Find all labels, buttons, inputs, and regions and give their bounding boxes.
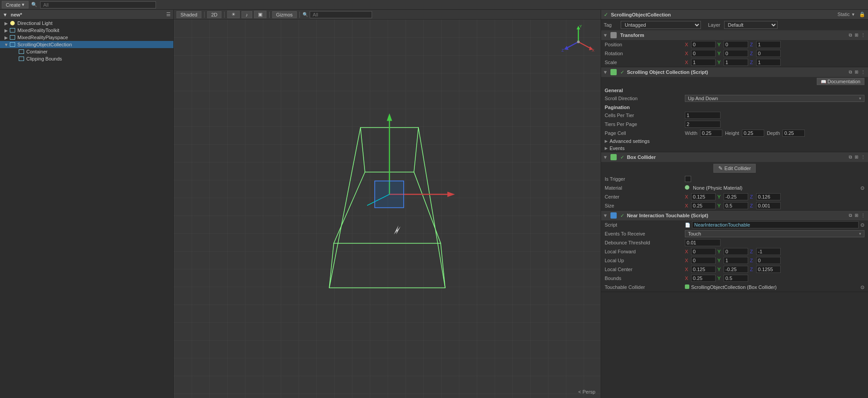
hierarchy-item-container[interactable]: Container <box>0 48 173 55</box>
ni-menu-icon[interactable]: ⋮ <box>860 213 866 218</box>
scroll-lock-icon[interactable]: ⊞ <box>854 69 859 75</box>
bounds-x-input[interactable] <box>691 275 716 282</box>
search-input[interactable] <box>40 1 156 8</box>
scroll-direction-dropdown[interactable]: Up And Down ▾ <box>685 95 864 102</box>
advanced-settings-header[interactable]: ▶ Advanced settings <box>601 138 868 145</box>
ni-copy-icon[interactable]: ⧉ <box>848 213 853 218</box>
size-z-input[interactable] <box>756 202 781 209</box>
documentation-button[interactable]: 📖 Documentation <box>817 78 864 85</box>
size-y-input[interactable] <box>724 202 748 209</box>
lf-x-input[interactable] <box>691 248 716 255</box>
near-interaction-header[interactable]: ▼ ✓ Near Interaction Touchable (Script) … <box>601 211 868 220</box>
size-x-input[interactable] <box>691 202 716 209</box>
edit-collider-button[interactable]: ✎ Edit Collider <box>713 164 756 173</box>
hierarchy-item-clipping-bounds[interactable]: Clipping Bounds <box>0 55 173 62</box>
soc-label: ScrollingObjectCollection <box>17 42 72 47</box>
position-z-input[interactable] <box>756 41 781 48</box>
transform-menu-icon[interactable]: ⋮ <box>860 32 866 38</box>
hierarchy-item-mixed-reality-toolkit[interactable]: ▶ MixedRealityToolkit <box>0 27 173 34</box>
lc-x-input[interactable] <box>691 266 716 273</box>
page-cell-height-input[interactable] <box>742 130 764 137</box>
static-dropdown-arrow[interactable]: ▾ <box>852 12 855 17</box>
scrolling-script-header[interactable]: ▼ ✓ Scrolling Object Collection (Script)… <box>601 67 868 77</box>
debounce-input[interactable] <box>685 239 721 246</box>
lf-y-input[interactable] <box>724 248 748 255</box>
transform-copy-icon[interactable]: ⧉ <box>848 32 853 38</box>
rotation-z-input[interactable] <box>756 50 781 57</box>
book-icon: 📖 <box>821 79 826 84</box>
bc-copy-icon[interactable]: ⧉ <box>848 154 853 160</box>
ni-lock-icon[interactable]: ⊞ <box>854 213 859 218</box>
local-up-row: Local Up X Y Z <box>601 256 868 265</box>
lighting-button[interactable]: ☀ <box>227 11 240 18</box>
touchable-collider-row: Touchable Collider ScrollingObjectCollec… <box>601 283 868 292</box>
lc-y-field: Y <box>717 266 748 273</box>
script-menu-icon[interactable]: ⊙ <box>860 222 864 228</box>
hierarchy-item-scrolling-object-collection[interactable]: ▼ ScrollingObjectCollection <box>0 41 173 48</box>
hierarchy-item-directional-light[interactable]: ▶ Directional Light <box>0 20 173 27</box>
lu-x-input[interactable] <box>691 257 716 264</box>
audio-button[interactable]: ♪ <box>242 11 252 18</box>
transform-lock-icon[interactable]: ⊞ <box>854 32 859 38</box>
cube-icon3 <box>9 41 16 48</box>
events-header[interactable]: ▶ Events <box>601 145 868 152</box>
center-z-input[interactable] <box>756 193 781 200</box>
container-label: Container <box>26 49 48 54</box>
szy-label: Y <box>717 203 723 208</box>
gizmos-button[interactable]: Gizmos <box>272 11 297 18</box>
create-button[interactable]: Create ▾ <box>2 1 29 8</box>
lc-z-input[interactable] <box>756 266 781 273</box>
viewport-area[interactable]: Y X Z <box>174 20 601 398</box>
lf-y-field: Y <box>717 248 748 255</box>
inspector-lock-icon[interactable]: 🔒 <box>859 12 865 17</box>
lu-z-input[interactable] <box>756 257 781 264</box>
shaded-button[interactable]: Shaded <box>176 11 201 18</box>
rotation-x-input[interactable] <box>691 50 716 57</box>
bc-menu-icon[interactable]: ⋮ <box>860 154 866 160</box>
bounds-label: Bounds <box>605 276 685 281</box>
transform-header[interactable]: ▼ Transform ⧉ ⊞ ⋮ <box>601 30 868 40</box>
scene-button[interactable]: ▣ <box>254 11 266 18</box>
scroll-menu-icon[interactable]: ⋮ <box>860 69 866 75</box>
bounds-row: Bounds X Y <box>601 274 868 283</box>
scale-z-input[interactable] <box>756 59 781 66</box>
hierarchy-menu-icon[interactable]: ☰ <box>166 12 171 17</box>
scale-x-input[interactable] <box>691 59 716 66</box>
position-y-input[interactable] <box>724 41 748 48</box>
lf-z-input[interactable] <box>756 248 781 255</box>
position-x-input[interactable] <box>691 41 716 48</box>
separator4 <box>299 12 300 18</box>
box-collider-header[interactable]: ▼ ✓ Box Collider ⧉ ⊞ ⋮ <box>601 152 868 162</box>
bc-lock-icon[interactable]: ⊞ <box>854 154 859 160</box>
page-cell-depth-input[interactable] <box>782 130 805 137</box>
lc-y-input[interactable] <box>724 266 748 273</box>
scroll-direction-arrow: ▾ <box>859 96 861 101</box>
material-row: Material None (Physic Material) ⊙ <box>601 183 868 192</box>
scale-y-input[interactable] <box>724 59 748 66</box>
viewport-panel: Shaded 2D ☀ ♪ ▣ Gizmos 🔍 Y <box>174 10 601 398</box>
edit-collider-row: ✎ Edit Collider <box>601 162 868 175</box>
tag-select[interactable]: Untagged <box>621 21 701 29</box>
rotation-xyz: X Y Z <box>685 50 864 57</box>
center-x-input[interactable] <box>691 193 716 200</box>
material-dot-icon <box>685 185 691 191</box>
tiers-per-page-input[interactable] <box>685 121 721 128</box>
rotation-y-input[interactable] <box>724 50 748 57</box>
scroll-copy-icon[interactable]: ⧉ <box>848 69 853 75</box>
layer-select[interactable]: Default <box>724 21 778 29</box>
material-menu-icon[interactable]: ⊙ <box>860 185 864 191</box>
viewport-search-input[interactable] <box>310 11 372 18</box>
lu-y-input[interactable] <box>724 257 748 264</box>
events-to-receive-dropdown[interactable]: Touch ▾ <box>685 230 864 237</box>
hierarchy-item-mixed-reality-playspace[interactable]: ▶ MixedRealityPlayspace <box>0 34 173 41</box>
touchable-collider-menu-icon[interactable]: ⊙ <box>860 284 864 290</box>
transform-title: Transform <box>620 32 846 38</box>
center-y-input[interactable] <box>724 193 748 200</box>
is-trigger-checkbox[interactable] <box>685 176 691 182</box>
bounds-y-input[interactable] <box>724 275 748 282</box>
cells-per-tier-input[interactable] <box>685 112 721 119</box>
checkbox-enabled[interactable]: ✓ <box>604 12 608 18</box>
page-cell-width-input[interactable] <box>700 130 722 137</box>
2d-button[interactable]: 2D <box>207 11 221 18</box>
hierarchy-title: ▼ new* <box>3 12 22 17</box>
